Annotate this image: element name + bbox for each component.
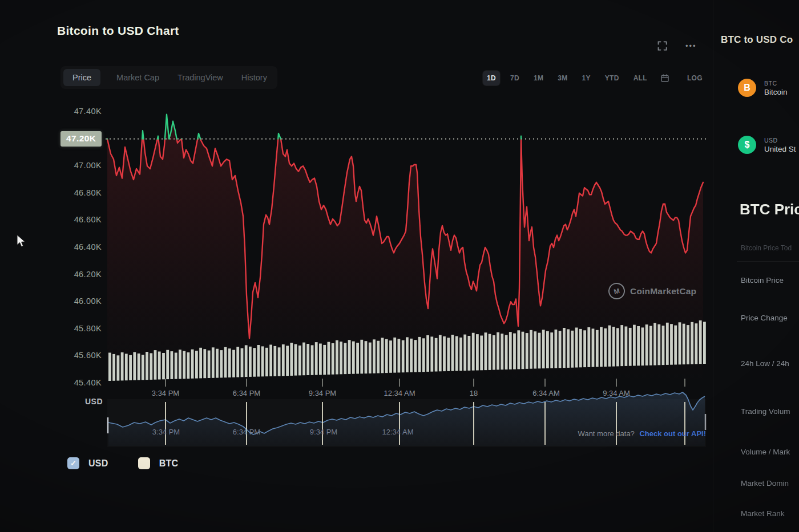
price-chart[interactable]: 47.40K47.00K46.80K46.60K46.40K46.20K46.0…: [0, 0, 799, 532]
mouse-cursor: [16, 234, 29, 248]
x-tick-label-navigator: 6:34 PM: [233, 428, 260, 436]
y-tick-label: 46.00K: [56, 297, 102, 306]
chart-window-controls: •••: [654, 39, 697, 53]
price-line-up-segments: [107, 115, 521, 139]
stat-row-volume-mark: Volume / Mark: [741, 448, 790, 456]
y-axis-currency-label: USD: [57, 397, 103, 406]
chart-legend: ✓USDBTC: [67, 457, 178, 469]
stat-row-bitcoin-price: Bitcoin Price: [741, 276, 784, 285]
stat-row-price-change: Price Change: [741, 314, 788, 322]
stat-row-market-domin: Market Domin: [741, 479, 789, 488]
coinmarketcap-chart-page: Bitcoin to USD Chart PriceMarket CapTrad…: [0, 0, 799, 532]
x-tick-label-main: 3:34 PM: [152, 389, 179, 397]
x-tick-label-main: 18: [470, 389, 478, 397]
x-tick-label-main: 6:34 PM: [233, 389, 260, 397]
chart-canvas: [0, 0, 799, 532]
stat-row-trading-volum: Trading Volum: [741, 407, 790, 416]
current-price-badge: 47.20K: [60, 131, 102, 147]
coin-name: Bitcoin: [764, 88, 788, 96]
stat-row-market-rank: Market Rank: [741, 509, 785, 518]
y-tick-label: 46.60K: [56, 215, 102, 224]
api-promo: Want more data? Check out our API!: [578, 429, 706, 438]
x-tick-label-navigator: 3:34 PM: [152, 428, 180, 436]
x-tick-label-main: 9:34 PM: [309, 389, 336, 397]
divider: [737, 261, 799, 262]
stat-row-24h-low-24h: 24h Low / 24h: [741, 359, 789, 368]
converter-title: BTC to USD Co: [721, 34, 793, 46]
x-tick-label-navigator: 9:34 PM: [310, 428, 337, 436]
y-tick-label: 45.80K: [56, 324, 102, 333]
coinmarketcap-watermark: M CoinMarketCap: [608, 283, 696, 299]
y-tick-label: 46.40K: [56, 242, 102, 251]
watermark-text: CoinMarketCap: [630, 286, 696, 297]
x-tick-label-main: 9:34 AM: [603, 389, 630, 397]
y-tick-label: 46.80K: [56, 188, 102, 197]
bitcoin-icon: B: [738, 79, 756, 97]
x-tick-label-main: 12:34 AM: [384, 389, 415, 397]
coin-name: United St: [764, 145, 796, 153]
converter-coin-usd[interactable]: $USDUnited St: [738, 136, 796, 154]
checkbox-checked-icon[interactable]: ✓: [67, 457, 79, 469]
api-link[interactable]: Check out our API!: [639, 429, 706, 438]
x-tick-label-main: 6:34 AM: [532, 389, 560, 397]
api-promo-text: Want more data?: [578, 429, 635, 438]
legend-toggle-usd[interactable]: ✓USD: [67, 457, 108, 469]
coin-symbol: BTC: [764, 80, 788, 87]
legend-label: BTC: [159, 458, 179, 469]
x-tick-label-navigator: 12:34 AM: [382, 428, 414, 436]
coinmarketcap-logo-icon: M: [607, 281, 627, 301]
coin-symbol: USD: [764, 137, 796, 144]
united-st-icon: $: [738, 136, 756, 154]
more-icon[interactable]: •••: [685, 42, 697, 50]
checkbox-unchecked-icon[interactable]: [138, 457, 150, 469]
y-tick-label: 45.60K: [56, 351, 102, 360]
stats-section-label: Bitcoin Price Tod: [741, 244, 792, 252]
price-statistics-title: BTC Pric: [740, 201, 799, 218]
legend-toggle-btc[interactable]: BTC: [138, 457, 179, 469]
legend-label: USD: [88, 458, 108, 469]
y-tick-label: 47.00K: [56, 161, 102, 170]
y-tick-label: 46.20K: [56, 270, 102, 279]
volume-bar: [703, 322, 706, 364]
converter-coin-btc[interactable]: BBTCBitcoin: [738, 79, 788, 97]
fullscreen-icon[interactable]: [654, 39, 671, 53]
y-tick-label: 47.40K: [56, 107, 102, 116]
y-tick-label: 45.40K: [56, 378, 102, 387]
sidebar: BTC to USD Co BBTCBitcoin$USDUnited St B…: [713, 0, 799, 532]
